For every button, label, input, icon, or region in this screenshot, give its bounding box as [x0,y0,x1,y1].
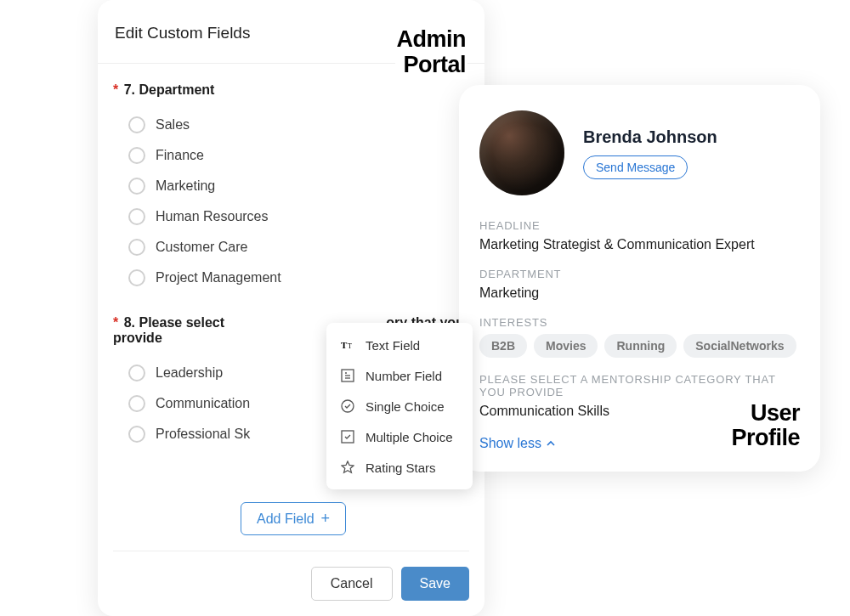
number-field-icon [340,368,355,383]
admin-portal-panel: Admin Portal Edit Custom Fields * 7. Dep… [98,0,484,616]
dropdown-rating-stars[interactable]: Rating Stars [326,452,473,483]
profile-name: Brenda Johnson [583,127,717,147]
field-7-label: * 7. Department [113,82,469,98]
mentorship-label: PLEASE SELECT A MENTORSHIP CATEGORY THAT… [479,373,800,398]
send-message-button[interactable]: Send Message [583,155,688,179]
radio-icon [128,116,145,133]
plus-icon: + [321,510,331,528]
tag-movies: Movies [534,334,598,358]
radio-option-project-mgmt[interactable]: Project Management [113,263,469,293]
department-label: DEPARTMENT [479,268,800,280]
radio-icon [128,395,145,412]
cancel-button[interactable]: Cancel [311,567,393,601]
dropdown-multiple-choice[interactable]: Multiple Choice [326,421,473,452]
tag-b2b: B2B [479,334,527,358]
show-less-toggle[interactable]: Show less [479,436,555,451]
user-profile-panel: Brenda Johnson Send Message HEADLINE Mar… [459,85,820,472]
headline-label: HEADLINE [479,219,800,232]
svg-text:T: T [348,342,352,350]
dropdown-number-field[interactable]: Number Field [326,360,473,391]
action-button-row: Cancel Save [113,551,469,601]
svg-rect-7 [342,431,354,443]
radio-option-customer-care[interactable]: Customer Care [113,232,469,263]
dropdown-single-choice[interactable]: Single Choice [326,391,473,421]
required-asterisk: * [113,315,118,330]
avatar [479,110,564,195]
profile-header: Brenda Johnson Send Message [479,110,800,195]
radio-icon [128,178,145,195]
radio-option-finance[interactable]: Finance [113,140,469,171]
svg-text:T: T [341,340,348,350]
radio-option-sales[interactable]: Sales [113,110,469,140]
admin-portal-banner: Admin Portal [395,25,468,79]
radio-option-marketing[interactable]: Marketing [113,171,469,201]
radio-icon [128,365,145,381]
required-asterisk: * [113,82,118,97]
tag-running: Running [604,334,677,358]
department-value: Marketing [479,285,800,301]
radio-icon [128,426,145,443]
tag-socialnetworks: SocialNetworks [683,334,796,358]
user-profile-banner: User Profile [729,399,802,453]
radio-icon [128,208,145,225]
interests-tags: B2B Movies Running SocialNetworks [479,334,800,358]
star-icon [340,460,355,475]
field-department: * 7. Department Sales Finance Marketing … [113,82,469,293]
radio-icon [128,239,145,256]
chevron-up-icon [547,439,555,448]
multiple-choice-icon [340,429,355,444]
single-choice-icon [340,398,355,414]
radio-icon [128,269,145,286]
radio-option-hr[interactable]: Human Resources [113,201,469,232]
svg-point-6 [342,400,354,412]
text-field-icon: TT [340,337,355,353]
radio-icon [128,147,145,164]
interests-label: INTERESTS [479,316,800,329]
field-type-dropdown: TT Text Field Number Field Single Choice… [326,323,473,489]
save-button[interactable]: Save [401,567,469,601]
headline-value: Marketing Strategist & Communication Exp… [479,237,800,252]
add-field-button[interactable]: Add Field + [241,502,346,535]
dropdown-text-field[interactable]: TT Text Field [326,330,473,360]
